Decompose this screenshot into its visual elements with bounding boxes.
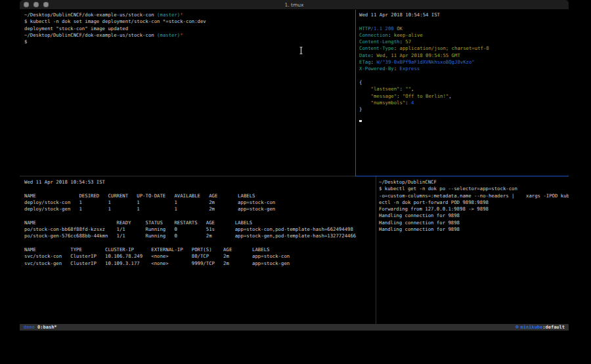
text-segment: Content-Length xyxy=(359,39,400,45)
text-segment: : xyxy=(400,86,406,92)
terminal-line: Wed 11 Apr 2018 10:54:54 IST xyxy=(359,12,569,18)
terminal-line: "numsymbols": 4 xyxy=(359,100,569,106)
terminal-line: Wed 11 Apr 2018 10:54:53 IST xyxy=(24,179,380,186)
tmux-session: ~/Desktop/DublinCNCF/dok-example-us/stoc… xyxy=(20,10,569,324)
terminal-line: X-Powered-By: Express xyxy=(359,66,569,72)
text-segment: } xyxy=(359,106,362,112)
terminal-line: svc/stock-con ClusterIP 10.106.78.249 <n… xyxy=(24,253,380,260)
terminal-line xyxy=(359,18,569,25)
text-segment: W/"39-0xBPf9aF1dXVNkhsxoBQgJ8vKzo" xyxy=(376,59,474,65)
text-segment: Content-Type xyxy=(359,45,394,51)
pane-port-forward-bottom-right[interactable]: ~/Desktop/DublinCNCF$ kubectl get -n dok… xyxy=(376,176,569,327)
terminal-line xyxy=(359,73,569,79)
text-segment: deployment "stock-con" image updated xyxy=(24,26,128,31)
terminal-line: } xyxy=(359,106,569,113)
pane-divider-vertical-bottom[interactable] xyxy=(376,176,376,324)
terminal-line: "lastseen": "", xyxy=(359,86,569,92)
text-segment: /1.1 200 xyxy=(371,26,397,31)
text-segment: Wed 11 Apr 2018 10:54:54 IST xyxy=(359,12,440,18)
window-bottom-edge xyxy=(20,331,569,335)
screen: { "window": { "title": "1. tmux" }, "col… xyxy=(0,0,591,364)
text-segment: NAME TYPE CLUSTER-IP EXTERNAL-IP PORT(S)… xyxy=(24,247,269,253)
zoom-button[interactable] xyxy=(43,2,49,7)
block-cursor xyxy=(359,120,362,122)
terminal-line: ectl -n dok port-forward POD 9898:9898 xyxy=(379,199,569,206)
text-segment: X-Powered-By xyxy=(359,66,394,71)
terminal-line: deploy/stock-gen 1 1 1 1 2m app=stock-ge… xyxy=(24,206,380,212)
text-segment: keep-alive xyxy=(394,32,423,38)
text-segment: $ kubectl -n dok set image deployment/st… xyxy=(24,18,206,24)
text-segment: OK xyxy=(397,26,403,31)
terminal-line xyxy=(359,113,569,119)
minimize-button[interactable] xyxy=(33,2,39,7)
terminal-line: ~/Desktop/DublinCNCF/dok-example-us/stoc… xyxy=(24,32,360,39)
terminal-window: 1. tmux ~/Desktop/DublinCNCF/dok-example… xyxy=(20,0,569,335)
text-segment: deploy/stock-con 1 1 1 1 2m app=stock-co… xyxy=(24,199,275,205)
text-segment: : xyxy=(394,66,400,71)
text-segment: svc/stock-gen ClusterIP 10.109.3.177 <no… xyxy=(24,260,290,266)
traffic-lights xyxy=(24,2,49,7)
text-segment: Date xyxy=(359,52,371,58)
terminal-line: $ kubectl get -n dok po --selector=app=s… xyxy=(379,186,569,192)
mouse-text-cursor-ibeam xyxy=(299,47,303,54)
text-segment: * xyxy=(180,32,183,38)
pane-divider-vertical-top-active[interactable] xyxy=(355,10,356,176)
text-segment: : xyxy=(394,45,400,51)
pane-http-response-top-right[interactable]: Wed 11 Apr 2018 10:54:54 IST HTTP/1.1 20… xyxy=(356,10,569,178)
pane-kubectl-watch-bottom-left[interactable]: Wed 11 Apr 2018 10:54:53 IST NAME DESIRE… xyxy=(20,176,380,327)
terminal-line: po/stock-con-bb68f88fd-kzsxz 1/1 Running… xyxy=(24,226,380,233)
text-segment: , xyxy=(449,93,451,99)
terminal-line: NAME READY STATUS RESTARTS AGE LABELS xyxy=(24,220,380,226)
terminal-line xyxy=(24,240,380,247)
text-segment: ~/Desktop/DublinCNCF/dok-example-us/stoc… xyxy=(24,12,157,18)
pane-divider-horizontal-right-active[interactable] xyxy=(355,176,569,176)
terminal-line: Handling connection for 9898 xyxy=(379,220,569,226)
text-segment: "message" xyxy=(359,93,397,99)
terminal-line xyxy=(359,120,569,127)
terminal-line: ~/Desktop/DublinCNCF xyxy=(379,179,569,186)
terminal-line: deploy/stock-con 1 1 1 1 2m app=stock-co… xyxy=(24,199,380,206)
text-segment: NAME READY STATUS RESTARTS AGE LABELS xyxy=(24,220,252,226)
window-title: 1. tmux xyxy=(285,2,304,8)
text-segment: Handling connection for 9898 xyxy=(379,220,460,226)
text-segment: "numsymbols" xyxy=(359,100,405,106)
text-segment: $ xyxy=(24,39,27,45)
terminal-line: $ kubectl -n dok set image deployment/st… xyxy=(24,18,360,25)
text-segment: : xyxy=(400,39,406,45)
text-segment: Handling connection for 9898 xyxy=(379,212,460,218)
window-titlebar[interactable]: 1. tmux xyxy=(20,0,569,10)
terminal-line: Content-Type: application/json; charset=… xyxy=(359,45,569,52)
text-segment: ~/Desktop/DublinCNCF xyxy=(379,179,437,185)
text-segment: Express xyxy=(400,66,420,71)
terminal-line: Handling connection for 9898 xyxy=(379,226,569,233)
terminal-line: NAME DESIRED CURRENT UP-TO-DATE AVAILABL… xyxy=(24,193,380,199)
terminal-line: Connection: keep-alive xyxy=(359,32,569,39)
terminal-line: HTTP/1.1 200 OK xyxy=(359,26,569,32)
terminal-line xyxy=(24,212,380,219)
terminal-line: "message": "Off to Berlin!", xyxy=(359,93,569,100)
text-segment: "Off to Berlin!" xyxy=(403,93,449,99)
pane-shell-top-left[interactable]: ~/Desktop/DublinCNCF/dok-example-us/stoc… xyxy=(20,10,360,178)
terminal-line: { xyxy=(359,79,569,86)
terminal-line: ETag: W/"39-0xBPf9aF1dXVNkhsxoBQgJ8vKzo" xyxy=(359,59,569,66)
terminal-line: ~/Desktop/DublinCNCF/dok-example-us/stoc… xyxy=(24,12,360,18)
pane-divider-horizontal-left[interactable] xyxy=(20,176,355,176)
terminal-line: Handling connection for 9898 xyxy=(379,212,569,219)
text-segment: "lastseen" xyxy=(359,86,400,92)
text-segment: 4 xyxy=(411,100,414,106)
text-segment: { xyxy=(359,79,362,85)
text-segment: : xyxy=(405,100,411,106)
text-segment: * xyxy=(180,12,183,18)
text-segment: 57 xyxy=(405,39,411,45)
terminal-line: $ xyxy=(24,39,360,45)
text-segment: deploy/stock-gen 1 1 1 1 2m app=stock-ge… xyxy=(24,206,275,212)
terminal-line: po/stock-gen-576cc688bb-44kmn 1/1 Runnin… xyxy=(24,233,380,239)
text-segment: , xyxy=(411,86,414,92)
text-segment: ~/Desktop/DublinCNCF/dok-example-us/stoc… xyxy=(24,32,157,38)
text-segment: -o=custom-columns=:metadata.name --no-he… xyxy=(379,193,569,199)
text-segment: (master) xyxy=(157,32,180,38)
terminal-line: Date: Wed, 11 Apr 2018 09:54:55 GMT xyxy=(359,52,569,59)
terminal-line: Content-Length: 57 xyxy=(359,39,569,45)
text-segment: NAME DESIRED CURRENT UP-TO-DATE AVAILABL… xyxy=(24,193,255,199)
close-button[interactable] xyxy=(24,2,29,7)
